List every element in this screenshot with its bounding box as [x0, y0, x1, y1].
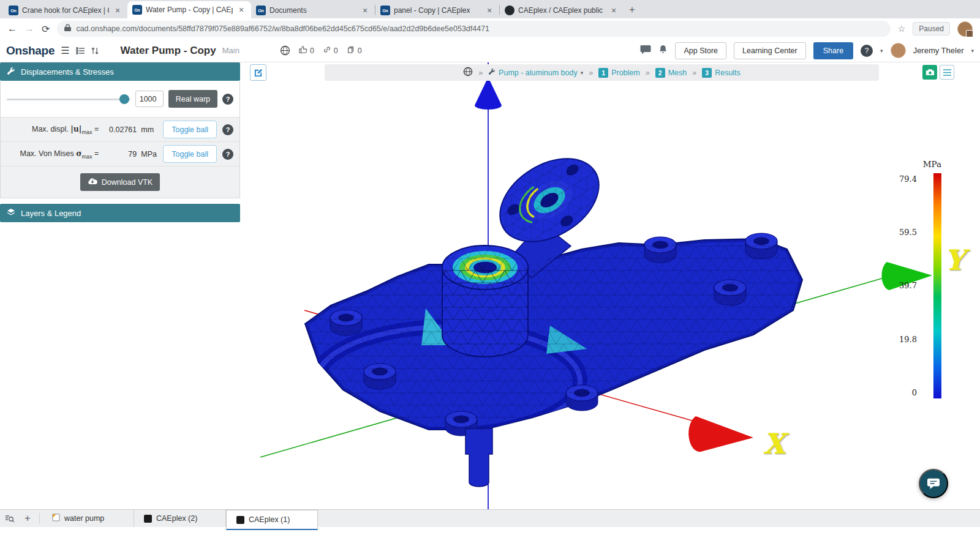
onshape-favicon: On [9, 6, 18, 15]
breadcrumb-separator: » [692, 69, 696, 77]
sort-order-icon[interactable] [91, 47, 99, 55]
toggle-ball-von-mises-button[interactable]: Toggle ball [163, 145, 217, 163]
legend-tick: 19.8 [899, 335, 917, 344]
browser-tab-documents[interactable]: On Documents × [251, 2, 375, 18]
von-mises-value: 79 [101, 150, 137, 159]
back-icon[interactable]: ← [7, 23, 17, 34]
caeplex-icon [144, 515, 152, 523]
warp-value-input[interactable] [135, 91, 164, 107]
download-row: Download VTK [1, 166, 239, 198]
close-icon[interactable]: × [236, 5, 246, 15]
section-displacements-header[interactable]: Displacements & Stresses [0, 62, 240, 81]
close-icon[interactable]: × [484, 6, 494, 15]
max-displacement-unit: mm [137, 125, 157, 134]
scope-globe-icon[interactable] [463, 67, 473, 78]
warp-help-icon[interactable]: ? [222, 94, 233, 105]
app-store-button[interactable]: App Store [675, 42, 726, 59]
browser-tab-panel-copy[interactable]: On panel - Copy | CAEplex × [375, 2, 499, 18]
user-name[interactable]: Jeremy Theler [913, 46, 964, 55]
user-avatar[interactable] [891, 43, 906, 58]
url-bar[interactable]: cad.onshape.com/documents/58ffd7879f075e… [57, 21, 890, 37]
onshape-favicon: On [380, 6, 390, 15]
y-axis-label: Y [944, 246, 965, 274]
main-menu-icon[interactable]: ☰ [61, 45, 69, 56]
warp-row: Real warp ? [1, 81, 239, 118]
doc-tab-caeplex-1[interactable]: CAEplex (1) [226, 510, 318, 530]
address-bar: ← → ⟳ cad.onshape.com/documents/58ffd787… [0, 18, 980, 39]
support-chat-button[interactable] [919, 469, 948, 498]
browser-tab-water-pump[interactable]: On Water Pump - Copy | CAEplex × [127, 1, 251, 18]
sync-paused-badge[interactable]: Paused [913, 22, 950, 35]
help-caret-icon: ▾ [880, 48, 883, 54]
notifications-bell-icon[interactable] [658, 44, 668, 57]
edit-study-button[interactable] [250, 64, 266, 81]
section-layers-header[interactable]: Layers & Legend [0, 204, 240, 222]
legend-colorbar [933, 173, 941, 398]
slider-handle[interactable] [119, 94, 129, 104]
help-icon[interactable]: ? [861, 45, 873, 57]
breadcrumb-separator: » [589, 69, 593, 77]
close-icon[interactable]: × [609, 6, 619, 15]
onshape-favicon: On [132, 5, 142, 15]
search-tabs-button[interactable] [0, 510, 18, 527]
step-1-badge: 1 [598, 68, 608, 78]
3d-model-canvas[interactable] [240, 62, 980, 509]
legend-tick: 59.5 [899, 228, 917, 237]
von-mises-help-icon[interactable]: ? [222, 149, 233, 160]
close-icon[interactable]: × [360, 6, 370, 15]
doc-tab-water-pump[interactable]: water pump [42, 510, 134, 527]
section-title: Layers & Legend [21, 209, 81, 218]
forward-icon[interactable]: → [24, 23, 34, 34]
learning-center-button[interactable]: Learning Center [734, 42, 806, 59]
section-title: Displacements & Stresses [21, 67, 114, 77]
add-tab-button[interactable]: + [18, 510, 37, 527]
step-problem[interactable]: 1 Problem [598, 68, 640, 78]
feedback-chat-icon[interactable] [640, 45, 651, 57]
browser-tab-github[interactable]: CAEplex / CAEplex public proj × [500, 2, 624, 18]
github-icon [505, 6, 514, 15]
refresh-icon[interactable]: ⟳ [42, 23, 50, 35]
warp-slider[interactable] [7, 94, 130, 104]
screenshot-camera-button[interactable] [922, 65, 937, 80]
tab-title: CAEplex / CAEplex public proj [518, 6, 605, 15]
toggle-ball-displacement-button[interactable]: Toggle ball [163, 121, 217, 138]
close-icon[interactable]: × [113, 6, 123, 15]
bookmark-star-icon[interactable]: ☆ [898, 24, 906, 34]
feature-list-icon[interactable] [76, 47, 85, 55]
step-2-badge: 2 [655, 68, 665, 78]
tab-title: panel - Copy | CAEplex [394, 6, 481, 15]
von-mises-label: Max. Von Mises σmax = [7, 149, 101, 160]
browser-profile-avatar[interactable] [957, 21, 973, 37]
likes-value: 0 [310, 47, 314, 55]
doc-tab-label: CAEplex (2) [156, 514, 197, 523]
header-right: App Store Learning Center Share ? ▾ Jere… [640, 42, 974, 59]
legend-toggle-button[interactable] [940, 65, 954, 80]
caeplex-panel: Displacements & Stresses Real warp ? Max… [0, 62, 240, 222]
doc-tab-caeplex-2[interactable]: CAEplex (2) [134, 510, 226, 527]
part-selector[interactable]: Pump - aluminum body ▾ [488, 68, 583, 77]
likes-count[interactable]: 0 [296, 45, 317, 56]
doc-tab-label: water pump [64, 514, 104, 523]
screen: On Crane hook for CAEplex | CAE × On Wat… [0, 0, 980, 538]
public-globe-icon[interactable] [277, 45, 293, 56]
displacement-help-icon[interactable]: ? [222, 124, 233, 135]
download-vtk-button[interactable]: Download VTK [80, 173, 160, 191]
max-displacement-value: 0.02761 [101, 125, 137, 134]
real-warp-button[interactable]: Real warp [168, 90, 217, 108]
tab-title: Crane hook for CAEplex | CAE [22, 6, 109, 15]
document-tabs-bar: + water pump CAEplex (2) CAEplex (1) [0, 509, 980, 527]
step-mesh[interactable]: 2 Mesh [655, 68, 687, 78]
new-tab-button[interactable]: + [624, 2, 641, 18]
workflow-breadcrumb: » Pump - aluminum body ▾ » 1 Problem » 2… [325, 64, 879, 81]
step-results[interactable]: 3 Results [702, 68, 741, 78]
von-mises-unit: MPa [137, 150, 157, 159]
tab-title: Water Pump - Copy | CAEplex [146, 6, 233, 14]
doc-tab-label: CAEplex (1) [249, 515, 290, 524]
onshape-logo[interactable]: Onshape [6, 44, 55, 58]
step-3-badge: 3 [702, 68, 712, 78]
forks-count[interactable]: 0 [344, 45, 364, 56]
share-button[interactable]: Share [813, 42, 853, 59]
browser-tab-crane-hook[interactable]: On Crane hook for CAEplex | CAE × [4, 2, 127, 18]
x-axis-label: X [763, 430, 785, 458]
links-count[interactable]: 0 [320, 45, 341, 56]
